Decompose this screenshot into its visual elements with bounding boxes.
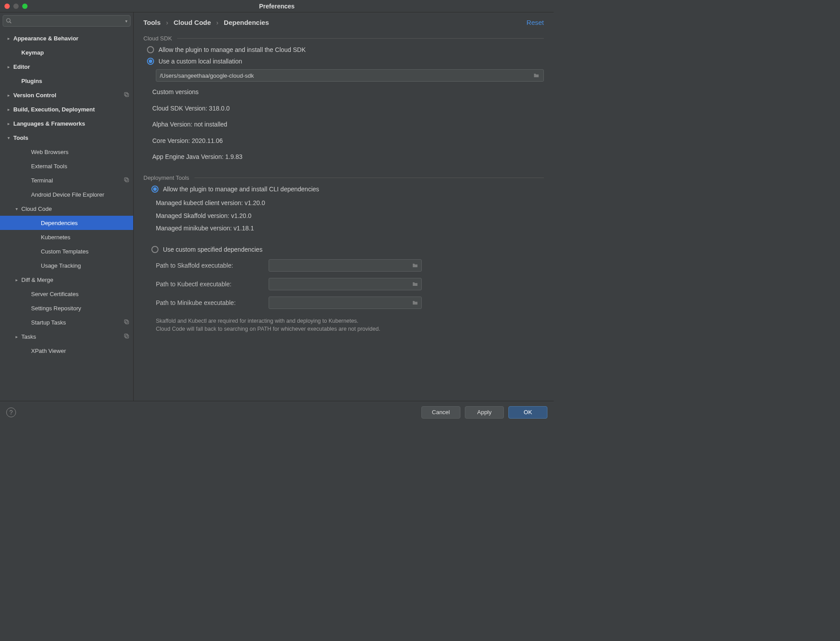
chevron-right-icon[interactable] [13,277,20,282]
radio-label: Allow the plugin to manage and install C… [163,186,319,193]
folder-icon[interactable] [533,72,540,79]
project-scope-icon [123,333,130,340]
cloud-sdk-path-input[interactable] [156,69,544,82]
chevron-down-icon[interactable] [5,135,12,140]
sidebar-item-custom-templates[interactable]: Custom Templates [0,244,133,258]
radio-icon [147,58,154,65]
sidebar-item-server-certificates[interactable]: Server Certificates [0,287,133,301]
search-input-wrap[interactable]: ▾ [3,15,131,27]
radio-custom-cli[interactable]: Use custom specified dependencies [151,246,544,253]
window-title: Preferences [0,3,554,10]
sidebar-item-label: External Tools [31,163,130,170]
svg-line-1 [10,22,12,24]
preferences-tree: Appearance & BehaviorKeymapEditorPlugins… [0,29,133,401]
chevron-down-icon[interactable]: ▾ [125,19,127,24]
radio-manage-cli[interactable]: Allow the plugin to manage and install C… [151,186,544,193]
ok-button[interactable]: OK [508,406,547,419]
help-button[interactable]: ? [6,408,16,417]
cloud-sdk-version: Cloud SDK Version: 318.0.0 [152,103,544,115]
appengine-java-version: App Engine Java Version: 1.9.83 [152,151,544,163]
project-scope-icon [123,319,130,326]
breadcrumb-cloud-code[interactable]: Cloud Code [174,19,211,26]
chevron-right-icon[interactable] [5,36,12,41]
preferences-sidebar: ▾ Appearance & BehaviorKeymapEditorPlugi… [0,12,134,401]
footer: ? Cancel Apply OK [0,401,554,423]
apply-button[interactable]: Apply [465,406,504,419]
sidebar-item-startup-tasks[interactable]: Startup Tasks [0,315,133,329]
sidebar-item-diff-merge[interactable]: Diff & Merge [0,273,133,287]
cancel-button[interactable]: Cancel [421,406,460,419]
deployment-note-line1: Skaffold and Kubectl are required for in… [156,317,544,325]
folder-icon[interactable] [412,300,419,306]
sidebar-item-plugins[interactable]: Plugins [0,74,133,88]
kubectl-path-input[interactable] [269,278,422,290]
window-controls [4,4,28,9]
sidebar-item-tools[interactable]: Tools [0,131,133,145]
sidebar-item-cloud-code[interactable]: Cloud Code [0,202,133,216]
svg-rect-2 [126,93,129,96]
sidebar-item-label: Server Certificates [31,291,130,297]
project-scope-icon [123,91,130,99]
sidebar-item-android-device-file-explorer[interactable]: Android Device File Explorer [0,187,133,202]
sidebar-item-label: Custom Templates [41,248,130,255]
sidebar-item-appearance-behavior[interactable]: Appearance & Behavior [0,31,133,45]
minikube-path-input[interactable] [269,297,422,309]
radio-icon [151,246,158,253]
sidebar-item-usage-tracking[interactable]: Usage Tracking [0,258,133,273]
radio-label: Use a custom local installation [158,58,242,65]
folder-icon[interactable] [412,281,419,287]
sidebar-item-label: Keymap [21,49,130,56]
custom-versions-header: Custom versions [152,86,544,98]
section-cloud-sdk: Cloud SDK [143,35,544,42]
svg-point-0 [7,19,10,22]
sidebar-item-settings-repository[interactable]: Settings Repository [0,301,133,315]
sidebar-item-build-execution-deployment[interactable]: Build, Execution, Deployment [0,102,133,116]
sidebar-item-label: Web Browsers [31,149,130,155]
search-input[interactable] [14,18,125,24]
search-icon [6,18,12,24]
sidebar-item-keymap[interactable]: Keymap [0,45,133,59]
radio-label: Allow the plugin to manage and install t… [158,46,306,53]
sidebar-item-version-control[interactable]: Version Control [0,88,133,102]
radio-label: Use custom specified dependencies [163,246,262,253]
radio-icon [147,46,154,53]
chevron-right-icon[interactable] [5,107,12,112]
sidebar-item-label: Build, Execution, Deployment [13,106,130,113]
radio-icon [151,186,158,193]
minikube-path-label: Path to Minikube executable: [156,299,262,306]
window-close-button[interactable] [4,4,10,9]
sidebar-item-label: Diff & Merge [21,277,130,283]
skaffold-path-input[interactable] [269,259,422,272]
chevron-right-icon[interactable] [5,64,12,69]
sidebar-item-editor[interactable]: Editor [0,59,133,74]
chevron-right-icon[interactable] [5,93,12,98]
sidebar-item-terminal[interactable]: Terminal [0,173,133,187]
sidebar-item-xpath-viewer[interactable]: XPath Viewer [0,344,133,358]
kubectl-path-label: Path to Kubectl executable: [156,281,262,288]
sidebar-item-kubernetes[interactable]: Kubernetes [0,230,133,244]
radio-custom-sdk[interactable]: Use a custom local installation [147,58,544,65]
cloud-sdk-path-field[interactable] [160,72,533,79]
sidebar-item-dependencies[interactable]: Dependencies [0,216,133,230]
window-minimize-button[interactable] [13,4,19,9]
sidebar-item-label: Terminal [31,177,123,184]
chevron-right-icon[interactable] [13,334,20,339]
window-maximize-button[interactable] [22,4,28,9]
folder-icon[interactable] [412,262,419,269]
chevron-right-icon[interactable] [5,121,12,126]
sidebar-item-label: Android Device File Explorer [31,191,130,198]
radio-manage-sdk[interactable]: Allow the plugin to manage and install t… [147,46,544,53]
chevron-down-icon[interactable] [13,206,20,211]
skaffold-path-field[interactable] [272,262,412,269]
sidebar-item-label: Tools [13,135,130,141]
kubectl-path-field[interactable] [272,281,412,287]
sidebar-item-external-tools[interactable]: External Tools [0,159,133,173]
reset-link[interactable]: Reset [527,19,544,26]
sidebar-item-languages-frameworks[interactable]: Languages & Frameworks [0,116,133,131]
minikube-path-field[interactable] [272,299,412,306]
sidebar-item-web-browsers[interactable]: Web Browsers [0,145,133,159]
managed-kubectl-version: Managed kubectl client version: v1.20.0 [156,197,544,209]
breadcrumb-tools[interactable]: Tools [143,19,161,26]
managed-minikube-version: Managed minikube version: v1.18.1 [156,222,544,234]
sidebar-item-tasks[interactable]: Tasks [0,329,133,344]
